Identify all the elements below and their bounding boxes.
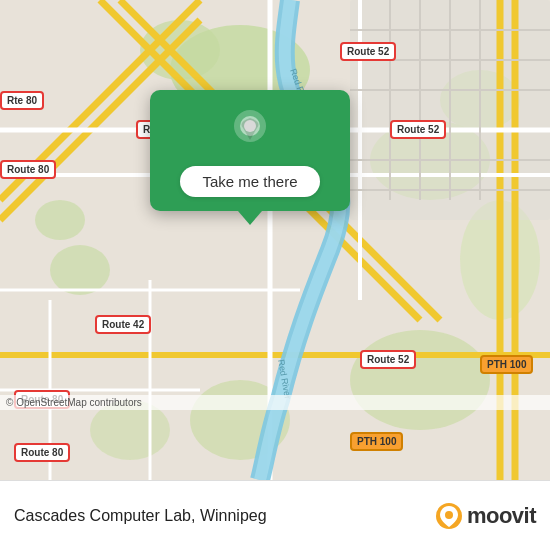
location-label: Cascades Computer Lab, Winnipeg (14, 507, 267, 525)
route-badge-route52-lower: Route 52 (360, 350, 416, 369)
moovit-logo: moovit (435, 502, 536, 530)
copyright-bar: © OpenStreetMap contributors (0, 395, 550, 410)
bottom-bar: Cascades Computer Lab, Winnipeg moovit (0, 480, 550, 550)
route-badge-route80-bottom: Route 80 (14, 443, 70, 462)
svg-point-4 (35, 200, 85, 240)
svg-point-7 (350, 330, 490, 430)
map-container: Red River Red River Rte 80 Route 80 Rout… (0, 0, 550, 480)
route-badge-pth100-right: PTH 100 (480, 355, 533, 374)
svg-point-3 (50, 245, 110, 295)
location-pin-icon (228, 108, 272, 152)
moovit-pin-icon (435, 502, 463, 530)
take-me-there-button[interactable]: Take me there (180, 166, 319, 197)
route-badge-route52-right: Route 52 (390, 120, 446, 139)
route-badge-pth100-lower: PTH 100 (350, 432, 403, 451)
moovit-brand-text: moovit (467, 503, 536, 529)
route-badge-route42-lower: Route 42 (95, 315, 151, 334)
route-badge-route52-top: Route 52 (340, 42, 396, 61)
copyright-text: © OpenStreetMap contributors (6, 397, 142, 408)
svg-point-42 (445, 511, 453, 519)
popup-card: Take me there (150, 90, 350, 211)
route-badge-rte80-top: Rte 80 (0, 91, 44, 110)
route-badge-route80-mid: Route 80 (0, 160, 56, 179)
